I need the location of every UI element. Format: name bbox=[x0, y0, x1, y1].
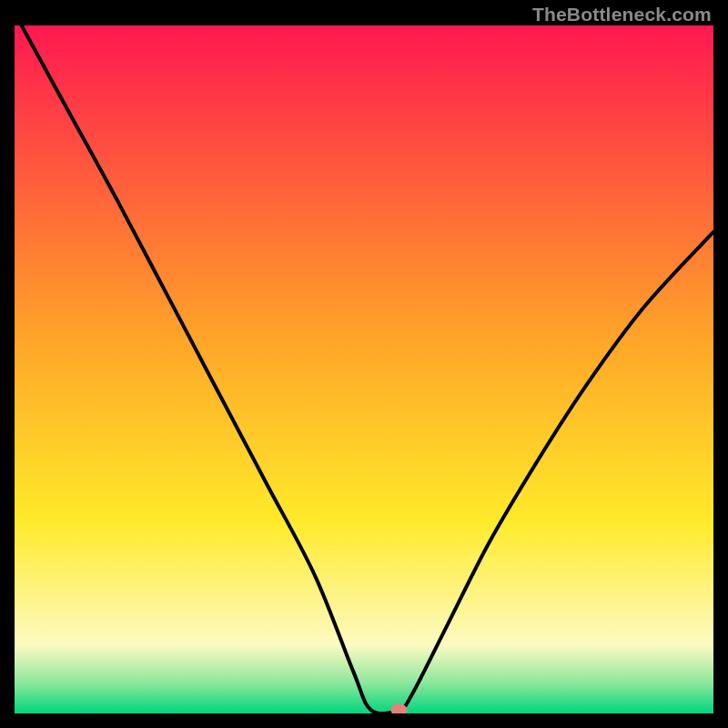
bottleneck-chart bbox=[15, 25, 713, 713]
chart-frame bbox=[15, 25, 713, 713]
gradient-background bbox=[15, 25, 713, 713]
watermark-label: TheBottleneck.com bbox=[532, 4, 712, 25]
